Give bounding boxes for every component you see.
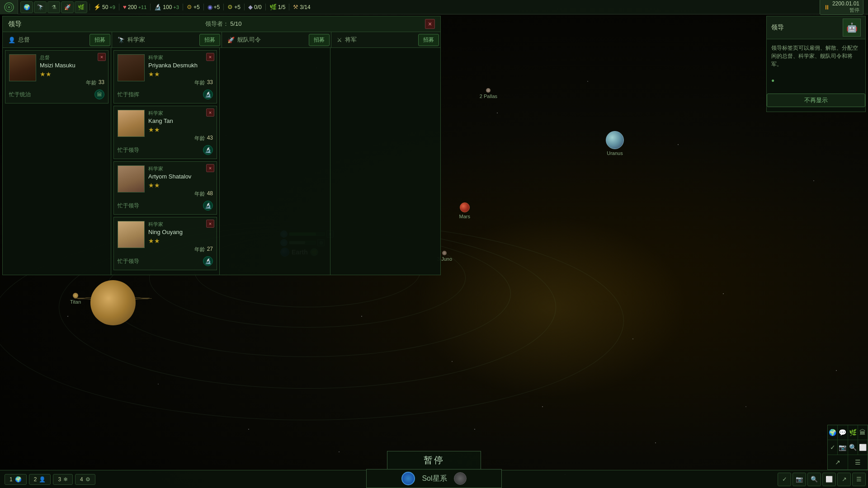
system-bar[interactable]: Sol星系: [366, 469, 502, 488]
scientist-card-artyom: × 科学家 Artyom Shatalov ★★ 年龄 48: [113, 161, 217, 215]
governor-recruit-btn[interactable]: 招募: [90, 34, 110, 46]
no-show-button[interactable]: 不再显示: [767, 94, 865, 107]
rbp-zoom-icon[interactable]: 🔍: [848, 440, 858, 455]
tab-scientist[interactable]: 🔭 科学家: [112, 32, 198, 47]
priyanka-status: 忙于指挥 🔬: [118, 89, 213, 99]
kang-name: Kang Tan: [148, 117, 213, 124]
tab4-icon: ⚙: [85, 476, 90, 483]
uranus-planet[interactable]: Uranus: [606, 131, 624, 156]
leader-panel-close[interactable]: ×: [425, 19, 435, 29]
bottombar: 1 🌍 2 👤 3 ❄ 4 ⚙ 暂停 Sol星系 ✓ 📷 🔍 ⬜ ↗ ☰: [0, 470, 868, 488]
general-recruit-btn[interactable]: 招募: [418, 34, 439, 46]
priyanka-close-btn[interactable]: ×: [206, 53, 214, 61]
bottom-tabs: 1 🌍 2 👤 3 ❄ 4 ⚙: [0, 474, 100, 485]
tab-general[interactable]: ⚔ 将军: [331, 32, 417, 47]
uranus-label: Uranus: [606, 150, 624, 156]
bottom-tab-4[interactable]: 4 ⚙: [75, 474, 95, 485]
rbp-check-icon[interactable]: ✓: [828, 440, 838, 455]
saturn-planet[interactable]: Saturn: [90, 280, 136, 325]
leader-panel-title: 领导: [8, 20, 22, 28]
resource-pop: ♥ 200 +11: [119, 4, 150, 10]
br-icon-3[interactable]: 🔍: [807, 473, 821, 486]
mars-planet[interactable]: Mars: [459, 202, 470, 219]
ning-close-btn[interactable]: ×: [206, 220, 214, 228]
toolbar-btn-5[interactable]: 🌿: [75, 1, 87, 13]
titan-planet[interactable]: Titan: [70, 293, 81, 305]
governor-card-header: 总督 Msizi Masuku ★★ 年龄 33: [9, 54, 104, 87]
rbp-chat-icon[interactable]: 💬: [838, 425, 848, 440]
pause-button[interactable]: ⏸ 2200.01.01 暂停: [820, 0, 863, 15]
br-icon-4[interactable]: ⬜: [822, 473, 836, 486]
admiral-recruit-btn[interactable]: 招募: [309, 34, 330, 46]
scientist-card-priyanka: × 科学家 Priyanka Desmukh ★★ 年龄 33: [113, 50, 217, 103]
rbp-arrow-icon[interactable]: ↗: [828, 455, 848, 469]
tab-section-scientist: 🔭 科学家 招募: [112, 32, 222, 47]
mars-label: Mars: [459, 214, 470, 219]
center-bottom: 暂停 Sol星系: [366, 451, 502, 488]
leader-count: 领导者： 5/10: [205, 20, 242, 28]
artyom-status-text: 忙于领导: [118, 202, 139, 210]
general-label: 将军: [345, 36, 357, 44]
tab-admiral[interactable]: 🚀 舰队司令: [222, 32, 307, 47]
priyanka-age-value: 33: [207, 79, 213, 87]
resource-energy: ⚡ 50 +9: [90, 4, 119, 10]
uranus-body: [606, 131, 624, 149]
resource-strategic: ⚒ 3/14: [289, 4, 314, 10]
logo-icon: [4, 2, 14, 13]
bottom-tab-2[interactable]: 2 👤: [29, 474, 51, 485]
resource-influence: ⚙ +5: [223, 4, 244, 10]
game-logo[interactable]: [0, 0, 18, 14]
br-icon-1[interactable]: ✓: [778, 473, 791, 486]
tab3-num: 3: [58, 476, 61, 483]
resource-unity: ◉ +5: [203, 4, 224, 10]
kang-age: 年龄 43: [148, 135, 213, 142]
ning-status: 忙于领导 🔬: [118, 256, 213, 266]
rbp-nature-icon[interactable]: 🌿: [848, 425, 858, 440]
toolbar-btn-4[interactable]: 🚀: [61, 1, 74, 13]
sci-plus: +3: [173, 5, 179, 10]
pallas-label: 2 Pallas: [480, 94, 497, 99]
governor-role: 总督: [40, 54, 104, 61]
artyom-status: 忙于领导 🔬: [118, 201, 213, 211]
artyom-close-btn[interactable]: ×: [206, 164, 214, 172]
bottom-tab-1[interactable]: 1 🌍: [5, 474, 27, 485]
bottom-right-icons: ✓ 📷 🔍 ⬜ ↗ ☰: [778, 473, 868, 486]
governor-age: 年龄 33: [40, 79, 104, 87]
governor-stars: ★★: [40, 70, 104, 78]
pallas-planet[interactable]: 2 Pallas: [480, 88, 497, 99]
br-icon-2[interactable]: 📷: [793, 473, 806, 486]
topbar: 🌍 🔭 ⚗ 🚀 🌿 ⚡ 50 +9 ♥ 200 +11 🔬 100 +3 ⚙ +…: [0, 0, 868, 14]
prod-value: +5: [193, 4, 200, 10]
tab1-num: 1: [9, 476, 13, 483]
kang-portrait: [118, 110, 145, 137]
br-icon-6[interactable]: ☰: [852, 473, 866, 486]
toolbar-btn-1[interactable]: 🌍: [20, 1, 33, 13]
governor-age-label: 年龄: [86, 79, 97, 87]
rbp-row-2: ✓ 📷 🔍 ⬜: [828, 440, 868, 455]
rbp-square-icon[interactable]: ⬜: [858, 440, 868, 455]
governor-icon: 👤: [8, 37, 15, 43]
rbp-camera-icon[interactable]: 📷: [838, 440, 848, 455]
strategic-value: 3/14: [300, 4, 310, 10]
scientist-card-kang: × 科学家 Kang Tan ★★ 年龄 43: [113, 106, 217, 159]
governor-age-value: 33: [99, 79, 104, 87]
toolbar-btn-3[interactable]: ⚗: [47, 1, 60, 13]
rbp-globe-icon[interactable]: 🌍: [828, 425, 838, 440]
rbp-building-icon[interactable]: 🏛: [858, 425, 868, 440]
bottom-tab-3[interactable]: 3 ❄: [53, 474, 73, 485]
scientist-recruit-btn[interactable]: 招募: [199, 34, 220, 46]
info-dot: ●: [771, 77, 774, 84]
rbp-menu-icon[interactable]: ☰: [848, 455, 868, 469]
info-text: 领导标签页可以雇佣、解散、分配空闲的总督、科学家、舰队司令和将军。: [771, 45, 858, 67]
kang-close-btn[interactable]: ×: [206, 108, 214, 117]
tab-governor[interactable]: 👤 总督: [3, 32, 88, 47]
general-column: [330, 48, 441, 275]
leader-panel: 领导 领导者： 5/10 × 👤 总督 招募 🔭 科学家 招募 🚀 舰队司令: [2, 16, 441, 275]
br-icon-5[interactable]: ↗: [837, 473, 851, 486]
governor-close-btn[interactable]: ×: [98, 53, 106, 61]
priyanka-name: Priyanka Desmukh: [148, 62, 213, 69]
tab-section-admiral: 🚀 舰队司令 招募: [222, 32, 331, 47]
artyom-info: 科学家 Artyom Shatalov ★★ 年龄 48: [148, 165, 213, 198]
artyom-age-value: 48: [207, 190, 213, 198]
toolbar-btn-2[interactable]: 🔭: [34, 1, 47, 13]
